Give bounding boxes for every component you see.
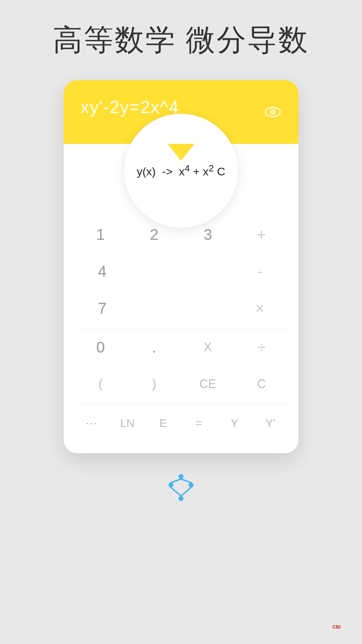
display-expression: xy'-2y=2x^4 <box>80 97 179 117</box>
key-row-4: 0 . X ÷ <box>74 330 288 364</box>
bottom-icon-area <box>164 473 198 507</box>
keypad-area: y(x) -> x4 + x2 C 1 2 3 + 4 - 7 × 0 . <box>64 144 298 453</box>
key-c[interactable]: C <box>240 367 283 401</box>
svg-point-2 <box>272 111 274 113</box>
divider-1 <box>74 328 288 329</box>
divider-2 <box>74 404 288 405</box>
svg-point-4 <box>169 483 173 487</box>
key-divide[interactable]: ÷ <box>240 330 283 364</box>
svg-text:CBI: CBI <box>333 624 341 630</box>
key-minus[interactable]: - <box>238 255 282 288</box>
key-x[interactable]: X <box>186 330 230 364</box>
key-row-2: 4 - <box>74 255 288 288</box>
page-title: 高等数学 微分导数 <box>53 20 309 60</box>
result-bubble: y(x) -> x4 + x2 C <box>124 114 238 228</box>
watermark: CBI <box>332 619 352 634</box>
display-pointer <box>168 144 194 161</box>
key-close-paren[interactable]: ) <box>132 367 176 401</box>
key-y[interactable]: Y <box>218 406 251 440</box>
result-formula: y(x) -> x4 + x2 C <box>137 165 225 178</box>
key-row-3: 7 × <box>74 291 288 325</box>
svg-point-3 <box>179 496 183 501</box>
key-dot[interactable]: . <box>132 330 176 364</box>
key-row-5: ( ) CE C <box>74 367 288 401</box>
result-content: y(x) -> x4 + x2 C <box>137 161 225 181</box>
key-plus[interactable]: + <box>240 218 283 251</box>
svg-line-8 <box>181 487 191 496</box>
svg-line-7 <box>171 487 181 496</box>
key-ln[interactable]: LN <box>111 406 144 440</box>
key-y-prime[interactable]: Y' <box>254 406 287 440</box>
key-open-paren[interactable]: ( <box>79 367 122 401</box>
key-4[interactable]: 4 <box>80 255 124 288</box>
svg-line-9 <box>171 479 181 483</box>
key-equals[interactable]: = <box>182 406 216 440</box>
key-7[interactable]: 7 <box>80 291 124 325</box>
key-empty-2 <box>137 291 225 325</box>
key-0[interactable]: 0 <box>79 330 122 364</box>
eye-icon[interactable] <box>264 103 282 121</box>
svg-line-10 <box>181 479 191 483</box>
key-dots[interactable]: ··· <box>75 406 108 440</box>
key-multiply[interactable]: × <box>238 291 282 325</box>
key-empty-1 <box>137 255 225 288</box>
key-e[interactable]: E <box>146 406 180 440</box>
key-row-6: ··· LN E = Y Y' <box>74 406 288 440</box>
svg-point-6 <box>179 474 183 479</box>
svg-point-5 <box>189 483 193 487</box>
key-1[interactable]: 1 <box>79 218 122 251</box>
tree-branches-icon <box>164 473 198 507</box>
calculator: xy'-2y=2x^4 y(x) -> x4 + x2 C 1 2 3 <box>64 80 298 453</box>
key-ce[interactable]: CE <box>186 367 230 401</box>
